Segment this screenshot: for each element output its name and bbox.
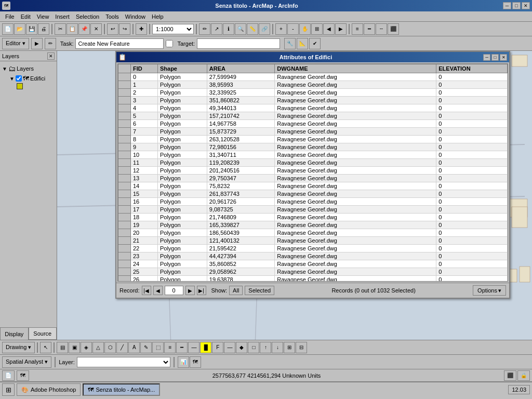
table-row[interactable]: 14Polygon75,8232Ravagnese Georef.dwg0 xyxy=(118,182,508,190)
table-row[interactable]: 12Polygon201,240516Ravagnese Georef.dwg0 xyxy=(118,167,508,175)
tab-source[interactable]: Source xyxy=(29,327,57,340)
tb1[interactable]: ≡ xyxy=(352,23,363,35)
options-button[interactable]: Options ▾ xyxy=(473,285,506,296)
draw-ungroup[interactable]: ⊟ xyxy=(296,342,307,353)
draw-tool-10[interactable]: ≡ xyxy=(164,342,176,353)
tb2[interactable]: ━ xyxy=(364,23,375,35)
spatial-tool-1[interactable]: 📊 xyxy=(178,356,189,368)
col-select[interactable] xyxy=(118,64,131,73)
draw-tool-11[interactable]: ━ xyxy=(176,342,188,353)
draw-tool-1[interactable]: ▤ xyxy=(57,342,68,353)
photoshop-taskbar-btn[interactable]: 🎨 Adobe Photoshop xyxy=(17,383,81,396)
menu-tools[interactable]: Tools xyxy=(102,12,122,21)
table-row[interactable]: 0Polygon27,599949Ravagnese Georef.dwg0 xyxy=(118,73,508,81)
record-number-input[interactable]: 0 xyxy=(165,286,183,295)
table-row[interactable]: 8Polygon263,120528Ravagnese Georef.dwg0 xyxy=(118,136,508,143)
table-row[interactable]: 1Polygon38,95993Ravagnese Georef.dwg0 xyxy=(118,81,508,89)
attr-button[interactable]: 🔧 xyxy=(284,38,296,49)
table-row[interactable]: 22Polygon21,595422Ravagnese Georef.dwg0 xyxy=(118,245,508,252)
undo-button[interactable]: ↩ xyxy=(107,23,118,35)
draw-tool-5[interactable]: ⬡ xyxy=(104,342,116,353)
row-select-cell[interactable] xyxy=(118,214,131,221)
row-select-cell[interactable] xyxy=(118,97,131,104)
tab-display[interactable]: Display xyxy=(0,327,29,340)
delete-button[interactable]: ✕ xyxy=(90,23,102,35)
status-btn-2[interactable]: 🗺 xyxy=(17,370,29,381)
add-data-button[interactable]: ✚ xyxy=(136,23,147,35)
tb3[interactable]: ╌ xyxy=(376,23,387,35)
row-select-cell[interactable] xyxy=(118,175,131,182)
save-button[interactable]: 💾 xyxy=(26,23,37,35)
status-norm-btn[interactable]: ⬛ xyxy=(504,370,516,381)
status-btn-1[interactable]: 📄 xyxy=(2,370,15,381)
new-button[interactable]: 📄 xyxy=(2,23,14,35)
draw-tool-9[interactable]: ⬚ xyxy=(152,342,164,353)
table-row[interactable]: 4Polygon49,344013Ravagnese Georef.dwg0 xyxy=(118,104,508,112)
row-select-cell[interactable] xyxy=(118,190,131,198)
nav-next-button[interactable]: ▶ xyxy=(185,286,195,295)
draw-tool-4[interactable]: △ xyxy=(92,342,104,353)
validate-button[interactable]: ✔ xyxy=(309,38,321,49)
row-select-cell[interactable] xyxy=(118,104,131,112)
row-select-cell[interactable] xyxy=(118,81,131,89)
paste-button[interactable]: 📌 xyxy=(78,23,90,35)
row-select-cell[interactable] xyxy=(118,151,131,159)
nav-first-button[interactable]: |◀ xyxy=(142,286,151,295)
row-select-cell[interactable] xyxy=(118,136,131,143)
row-select-cell[interactable] xyxy=(118,128,131,136)
tb4[interactable]: ⬛ xyxy=(388,23,399,35)
col-fid[interactable]: FID xyxy=(131,64,158,73)
draw-line-color[interactable]: — xyxy=(188,342,200,353)
identify-button[interactable]: ℹ xyxy=(223,23,234,35)
draw-shadow-button[interactable]: □ xyxy=(248,342,259,353)
menu-insert[interactable]: Insert xyxy=(52,12,73,21)
zoom-out-button[interactable]: - xyxy=(287,23,299,35)
prev-extent-button[interactable]: ◀ xyxy=(323,23,335,35)
draw-font-button[interactable]: F xyxy=(212,342,223,353)
close-button[interactable]: ✕ xyxy=(522,2,530,9)
row-select-cell[interactable] xyxy=(118,252,131,260)
draw-fill-color[interactable]: █ xyxy=(200,342,211,353)
row-select-cell[interactable] xyxy=(118,112,131,120)
target-input[interactable] xyxy=(197,38,280,49)
copy-button[interactable]: 📋 xyxy=(66,23,78,35)
menu-file[interactable]: File xyxy=(2,12,18,21)
row-select-cell[interactable] xyxy=(118,143,131,151)
open-button[interactable]: 📂 xyxy=(14,23,25,35)
attr-maximize-button[interactable]: □ xyxy=(491,54,499,61)
table-row[interactable]: 21Polygon121,400132Ravagnese Georef.dwg0 xyxy=(118,237,508,245)
nav-last-button[interactable]: ▶| xyxy=(197,286,206,295)
row-select-cell[interactable] xyxy=(118,120,131,128)
row-select-cell[interactable] xyxy=(118,229,131,237)
table-row[interactable]: 24Polygon35,860852Ravagnese Georef.dwg0 xyxy=(118,260,508,268)
menu-view[interactable]: View xyxy=(34,12,52,21)
menu-edit[interactable]: Edit xyxy=(18,12,34,21)
menu-selection[interactable]: Selection xyxy=(73,12,102,21)
zoom-dropdown[interactable]: 1:1000 xyxy=(152,24,194,34)
hyperlink-button[interactable]: 🔗 xyxy=(259,23,270,35)
row-select-cell[interactable] xyxy=(118,73,131,81)
draw-style-button[interactable]: — xyxy=(224,342,235,353)
table-row[interactable]: 19Polygon165,339827Ravagnese Georef.dwg0 xyxy=(118,221,508,229)
next-extent-button[interactable]: ▶ xyxy=(335,23,347,35)
row-select-cell[interactable] xyxy=(118,198,131,206)
table-row[interactable]: 16Polygon20,961726Ravagnese Georef.dwg0 xyxy=(118,198,508,206)
attr-table-container[interactable]: FID Shape AREA DWGNAME ELEVATION 0Polygo… xyxy=(117,63,508,282)
arcmap-taskbar-btn[interactable]: 🗺 Senza titolo - ArcMap... xyxy=(83,383,160,396)
attr-close-button[interactable]: ✕ xyxy=(500,54,507,61)
menu-window[interactable]: Window xyxy=(122,12,149,21)
map-area[interactable]: 📋 Attributes of Edifici ─ □ ✕ FID Shape xyxy=(57,51,532,340)
table-row[interactable]: 10Polygon31,340711Ravagnese Georef.dwg0 xyxy=(118,151,508,159)
redo-button[interactable]: ↪ xyxy=(119,23,130,35)
table-row[interactable]: 20Polygon186,560439Ravagnese Georef.dwg0 xyxy=(118,229,508,237)
layers-close-button[interactable]: ✕ xyxy=(47,52,55,60)
nav-prev-button[interactable]: ◀ xyxy=(153,286,163,295)
edit-tool-button[interactable]: ✏ xyxy=(199,23,210,35)
row-select-cell[interactable] xyxy=(118,89,131,97)
row-select-cell[interactable] xyxy=(118,182,131,190)
row-select-cell[interactable] xyxy=(118,276,131,282)
spatial-layer-select[interactable] xyxy=(77,357,170,367)
table-row[interactable]: 18Polygon21,746809Ravagnese Georef.dwg0 xyxy=(118,214,508,221)
table-row[interactable]: 9Polygon72,980156Ravagnese Georef.dwg0 xyxy=(118,143,508,151)
cut-button[interactable]: ✂ xyxy=(55,23,66,35)
